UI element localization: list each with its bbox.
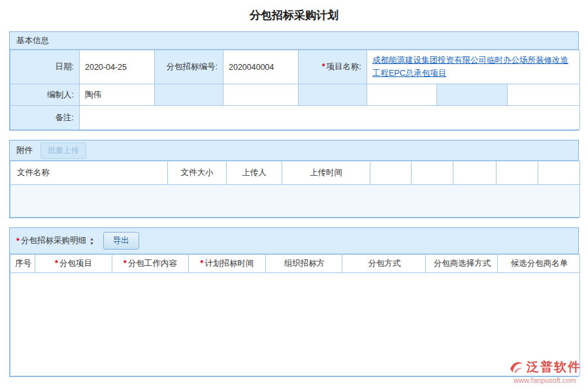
- required-mark: *: [55, 259, 58, 268]
- column-label: 分包项目: [59, 259, 92, 268]
- column-header-empty: [453, 161, 497, 185]
- required-mark: *: [16, 237, 20, 246]
- table-row: 编制人: 陶伟: [10, 84, 580, 106]
- detail-title: 分包招标采购明细: [21, 235, 86, 246]
- empty-label-cell: [155, 84, 223, 106]
- bid-no-label: 分包招标编号:: [155, 50, 223, 84]
- fanpu-logo-icon: [508, 359, 524, 375]
- column-header-upload-time: 上传时间: [282, 161, 370, 185]
- column-header-candidate-list: 候选分包商名单: [498, 255, 580, 273]
- empty-value-cell: [223, 84, 299, 106]
- detail-table: 序号 *分包项目 *分包工作内容 *计划招标时间 组织招标方 分包方式 分包商选…: [10, 254, 580, 376]
- column-label: 组织招标方: [284, 259, 325, 268]
- project-name-link[interactable]: 成都能源建设集团投资有限公司临时办公场所装修改造工程EPC总承包项目: [372, 54, 574, 80]
- panel-basic-info: 基本信息 日期: 2020-04-25 分包招标编号: 2020040004 *…: [9, 31, 579, 131]
- column-label: 候选分包商名单: [511, 259, 568, 268]
- date-value: 2020-04-25: [80, 50, 155, 84]
- detail-header-row: 序号 *分包项目 *分包工作内容 *计划招标时间 组织招标方 分包方式 分包商选…: [10, 255, 580, 273]
- column-header-empty: [538, 161, 580, 185]
- column-header-seq: 序号: [10, 255, 35, 273]
- column-header-file-name: 文件名称: [10, 161, 168, 185]
- empty-label-cell: [299, 84, 367, 106]
- project-name-cell: 成都能源建设集团投资有限公司临时办公场所装修改造工程EPC总承包项目: [367, 50, 580, 84]
- basic-info-header: 基本信息: [10, 32, 578, 50]
- fanpu-logo: 泛普软件 www.fanpusoft.com: [508, 359, 581, 384]
- panel-detail: * 分包招标采购明细 ▲▼ 导出 序号 *分包项目 *分包工作内容 *计划招标时…: [9, 227, 579, 377]
- required-mark: *: [322, 62, 325, 71]
- project-name-label-text: 项目名称:: [327, 62, 361, 71]
- column-header-empty: [412, 161, 453, 185]
- table-row: 日期: 2020-04-25 分包招标编号: 2020040004 *项目名称:…: [10, 50, 580, 84]
- basic-info-title: 基本信息: [16, 35, 49, 46]
- detail-empty-area: [10, 273, 580, 376]
- date-label: 日期:: [10, 50, 80, 84]
- column-label: 分包工作内容: [128, 259, 177, 268]
- empty-label-cell: [437, 84, 508, 106]
- panel-attachments: 附件 批量上传 文件名称 文件大小 上传人 上传时间: [9, 140, 579, 218]
- column-header-selection-method: 分包商选择方式: [426, 255, 498, 273]
- attachments-title: 附件: [16, 145, 33, 156]
- page-title: 分包招标采购计划: [0, 0, 588, 31]
- detail-header: * 分包招标采购明细 ▲▼ 导出: [10, 228, 578, 254]
- column-label: 计划招标时间: [204, 259, 253, 268]
- attachments-header-row: 文件名称 文件大小 上传人 上传时间: [10, 161, 580, 185]
- column-header-sub-project: *分包项目: [35, 255, 112, 273]
- required-mark: *: [201, 259, 204, 268]
- batch-upload-button[interactable]: 批量上传: [41, 142, 86, 159]
- empty-value-cell: [367, 84, 437, 106]
- column-header-plan-bid-time: *计划招标时间: [189, 255, 266, 273]
- column-header-empty: [370, 161, 412, 185]
- bid-no-value: 2020040004: [223, 50, 299, 84]
- remark-value: [80, 106, 580, 130]
- attachments-table: 文件名称 文件大小 上传人 上传时间: [10, 161, 580, 218]
- column-label: 序号: [15, 259, 31, 268]
- column-header-work-content: *分包工作内容: [112, 255, 189, 273]
- author-label: 编制人:: [10, 84, 80, 106]
- column-label: 分包方式: [368, 259, 401, 268]
- column-label: 分包商选择方式: [434, 259, 491, 268]
- table-row: 备注:: [10, 106, 580, 130]
- brand-url: www.fanpusoft.com: [508, 376, 581, 384]
- remark-label: 备注:: [10, 106, 80, 130]
- attachments-empty-area: [10, 185, 580, 218]
- required-mark: *: [123, 259, 127, 268]
- column-header-organizer: 组织招标方: [266, 255, 342, 273]
- attachments-header: 附件 批量上传: [10, 140, 578, 161]
- column-header-empty: [497, 161, 538, 185]
- brand-name: 泛普软件: [527, 359, 581, 376]
- column-header-file-size: 文件大小: [168, 161, 227, 185]
- project-name-label: *项目名称:: [299, 50, 367, 84]
- basic-info-table: 日期: 2020-04-25 分包招标编号: 2020040004 *项目名称:…: [10, 50, 580, 130]
- column-header-uploader: 上传人: [227, 161, 282, 185]
- sort-icon[interactable]: ▲▼: [90, 237, 94, 246]
- author-value: 陶伟: [80, 84, 155, 106]
- detail-empty-row: [10, 273, 580, 376]
- attachments-empty-row: [10, 185, 580, 218]
- empty-value-cell: [508, 84, 580, 106]
- column-header-sub-method: 分包方式: [342, 255, 426, 273]
- export-button[interactable]: 导出: [103, 232, 139, 250]
